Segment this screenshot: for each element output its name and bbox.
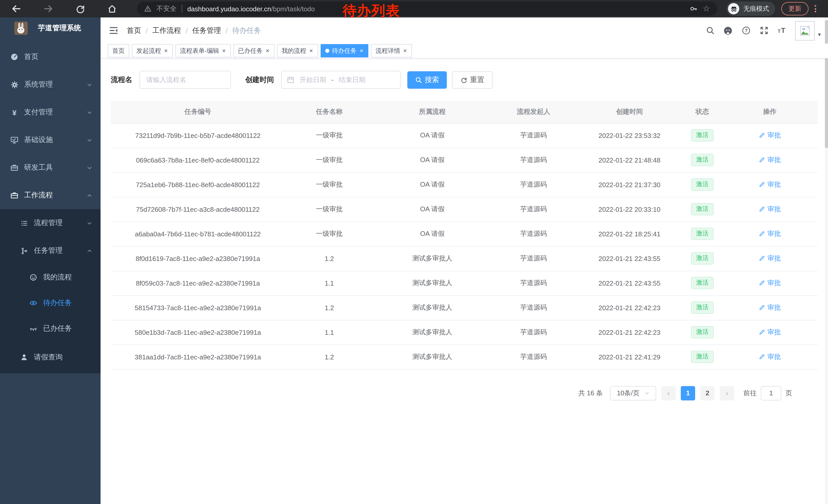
cell-status: 激活 — [683, 172, 722, 197]
sidebar-item-process-management[interactable]: 流程管理 — [0, 209, 100, 237]
sidebar-item-task-management[interactable]: 任务管理 — [0, 237, 100, 265]
url-host[interactable]: dashboard.yudao.iocoder.cn — [187, 5, 271, 12]
date-range-picker[interactable]: 开始日期 - 结束日期 — [281, 71, 401, 89]
github-icon[interactable] — [723, 26, 733, 35]
col-initiator: 流程发起人 — [491, 101, 576, 123]
browser-menu-icon[interactable] — [815, 5, 816, 12]
security-label[interactable]: 不安全 — [157, 4, 176, 13]
cell-created: 2022-01-22 20:33:10 — [576, 197, 682, 222]
cell-initiator: 芋道源码 — [491, 271, 576, 295]
font-size-icon[interactable]: TT — [778, 26, 787, 35]
status-badge: 激活 — [691, 154, 714, 166]
caret-down-icon[interactable]: ▾ — [818, 31, 821, 38]
approve-link[interactable]: 审批 — [759, 131, 781, 140]
tag-my-processes[interactable]: 我的流程 × — [277, 44, 318, 57]
help-icon[interactable]: ? — [742, 26, 751, 35]
bookmark-star-icon[interactable]: ☆ — [703, 5, 710, 13]
edit-icon — [759, 230, 765, 237]
process-name-label: 流程名 — [111, 75, 132, 84]
reset-button[interactable]: 重置 — [452, 71, 493, 88]
scrollbar-thumb[interactable] — [825, 20, 828, 148]
sidebar-item-dev-tools[interactable]: 研发工具 — [0, 154, 100, 182]
approve-link[interactable]: 审批 — [759, 229, 781, 238]
breadcrumb-separator: / — [186, 27, 188, 35]
sidebar-item-payment[interactable]: ¥ 支付管理 — [0, 98, 100, 126]
close-icon[interactable]: × — [265, 48, 270, 54]
sidebar-item-system[interactable]: 系统管理 — [0, 71, 100, 98]
page-button-1[interactable]: 1 — [681, 386, 695, 400]
screen: 不安全 dashboard.yudao.iocoder.cn/bpm/task/… — [0, 0, 828, 504]
reload-icon[interactable] — [73, 2, 87, 16]
tag-done-tasks[interactable]: 已办任务 × — [234, 44, 275, 57]
scrollbar-track[interactable] — [825, 17, 828, 504]
broken-image-icon — [799, 25, 811, 36]
approve-link[interactable]: 审批 — [759, 303, 781, 312]
page-size-select[interactable]: 10条/页 — [610, 386, 656, 400]
update-button[interactable]: 更新 — [781, 2, 809, 15]
sidebar-item-label: 首页 — [24, 52, 38, 61]
sidebar-menu: 首页 系统管理 ¥ 支付管理 — [0, 43, 100, 373]
search-button[interactable]: 搜索 — [407, 71, 447, 88]
url-path[interactable]: /bpm/task/todo — [271, 5, 315, 12]
fullscreen-icon[interactable] — [759, 26, 769, 35]
sidebar-item-workflow[interactable]: 工作流程 — [0, 182, 100, 209]
cell-task-id: 73211d9d-7b9b-11ec-b5b7-acde48001122 — [111, 123, 285, 148]
cell-initiator: 芋道源码 — [491, 123, 576, 148]
sidebar-item-label: 支付管理 — [24, 108, 53, 117]
cell-task-name: 一级审批 — [285, 197, 374, 222]
app-logo[interactable]: 芋道管理系统 — [0, 20, 100, 36]
url-bar[interactable]: 不安全 dashboard.yudao.iocoder.cn/bpm/task/… — [137, 2, 717, 16]
approve-link[interactable]: 审批 — [759, 352, 781, 362]
close-icon[interactable]: × — [359, 48, 364, 54]
breadcrumb-task-management[interactable]: 任务管理 — [192, 26, 221, 35]
sidebar-item-infrastructure[interactable]: 基础设施 — [0, 126, 100, 154]
sidebar-item-done-tasks[interactable]: 已办任务 — [0, 316, 100, 341]
incognito-label: 无痕模式 — [743, 4, 769, 13]
sidebar-item-leave-query[interactable]: 请假查询 — [0, 341, 100, 373]
tag-todo-tasks[interactable]: 待办任务 × — [321, 44, 368, 57]
prev-page-button[interactable]: ‹ — [661, 386, 676, 400]
approve-link[interactable]: 审批 — [759, 254, 781, 263]
close-icon[interactable]: × — [222, 48, 226, 54]
forward-icon[interactable] — [41, 2, 55, 16]
approve-link[interactable]: 审批 — [759, 155, 781, 165]
edit-icon — [759, 156, 765, 163]
cell-created: 2022-01-22 21:48:48 — [576, 148, 682, 172]
approve-label: 审批 — [768, 180, 781, 189]
sidebar-item-my-processes[interactable]: 我的流程 — [0, 265, 100, 290]
approve-link[interactable]: 审批 — [759, 328, 781, 337]
approve-link[interactable]: 审批 — [759, 204, 781, 214]
password-key-icon[interactable] — [689, 5, 697, 13]
tag-home[interactable]: 首页 — [108, 44, 129, 57]
close-icon[interactable]: × — [309, 48, 314, 54]
goto-page-input[interactable] — [761, 386, 781, 400]
tag-process-form-edit[interactable]: 流程表单-编辑 × — [175, 44, 231, 57]
back-icon[interactable] — [9, 2, 24, 16]
security-warning-icon[interactable] — [144, 5, 151, 12]
close-icon[interactable]: × — [164, 48, 168, 54]
goto-label: 前往 — [743, 388, 757, 398]
process-name-input[interactable] — [139, 71, 231, 89]
sidebar-item-home[interactable]: 首页 — [0, 43, 100, 71]
sidebar-item-todo-tasks[interactable]: 待办任务 — [0, 290, 100, 316]
sidebar-collapse-icon[interactable] — [109, 26, 119, 35]
breadcrumb-home[interactable]: 首页 — [127, 26, 141, 35]
page-button-2[interactable]: 2 — [700, 386, 715, 400]
approve-link[interactable]: 审批 — [759, 278, 781, 288]
next-page-button[interactable]: › — [720, 386, 734, 400]
tag-start-process[interactable]: 发起流程 × — [132, 44, 173, 57]
approve-link[interactable]: 审批 — [759, 180, 781, 189]
close-icon[interactable]: × — [403, 48, 407, 54]
status-badge: 激活 — [691, 179, 714, 190]
cell-status: 激活 — [683, 222, 722, 246]
search-icon[interactable] — [706, 26, 715, 35]
cell-action: 审批 — [722, 197, 818, 222]
home-icon[interactable] — [105, 2, 119, 16]
browser-toolbar: 不安全 dashboard.yudao.iocoder.cn/bpm/task/… — [0, 0, 828, 17]
cell-initiator: 芋道源码 — [491, 222, 576, 246]
end-date-placeholder: 结束日期 — [339, 75, 366, 84]
tag-process-detail[interactable]: 流程详情 × — [371, 44, 412, 57]
breadcrumb-workflow[interactable]: 工作流程 — [152, 26, 181, 35]
edit-icon — [759, 304, 765, 311]
avatar[interactable] — [795, 21, 815, 40]
